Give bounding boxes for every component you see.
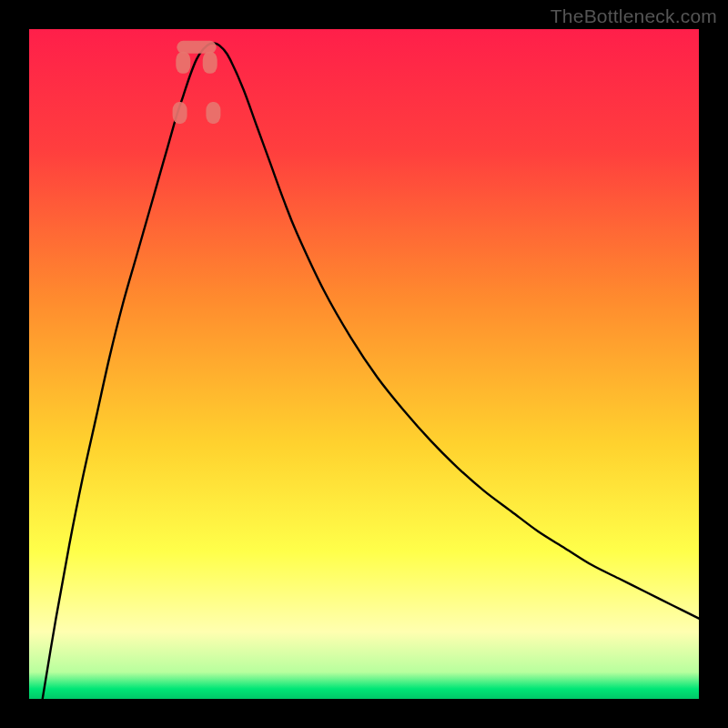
curve-layer: [29, 29, 699, 699]
outer-frame: TheBottleneck.com: [0, 0, 728, 728]
svg-rect-4: [176, 52, 190, 74]
bottleneck-curve: [43, 43, 699, 699]
svg-rect-2: [173, 102, 187, 124]
plot-area: [29, 29, 699, 699]
curve-markers: [173, 52, 221, 124]
svg-rect-5: [203, 52, 217, 74]
watermark-text: TheBottleneck.com: [551, 5, 717, 27]
svg-rect-3: [206, 102, 220, 124]
